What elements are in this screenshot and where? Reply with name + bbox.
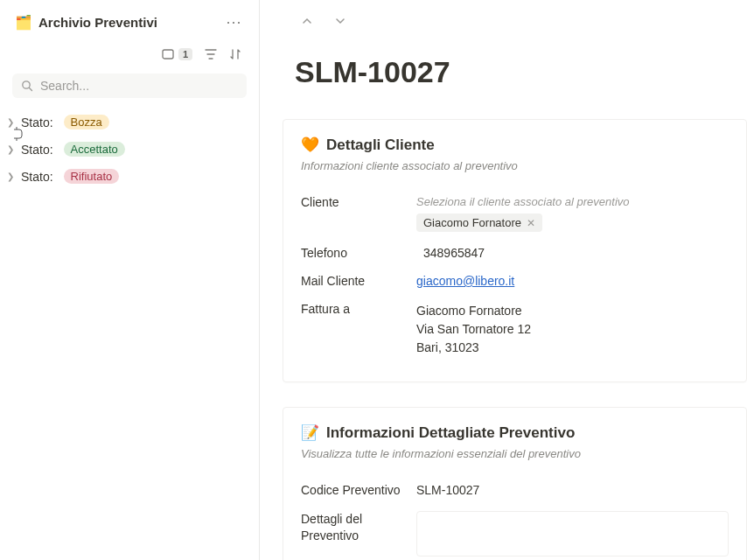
chevron-right-icon: ❯ bbox=[5, 172, 16, 181]
search-input[interactable] bbox=[40, 79, 238, 93]
view-count-badge: 1 bbox=[178, 48, 192, 60]
sort-button[interactable] bbox=[229, 48, 241, 60]
card-quote-info: 📝 Informazioni Dettagliate Preventivo Vi… bbox=[283, 407, 747, 560]
svg-rect-0 bbox=[163, 50, 173, 59]
card-client-details: 🧡 Dettagli Cliente Informazioni cliente … bbox=[283, 119, 747, 382]
field-value: 348965847 bbox=[416, 246, 485, 260]
page-title: SLM-10027 bbox=[295, 55, 747, 89]
mail-link[interactable]: giacomo@libero.it bbox=[416, 274, 514, 288]
card-emoji: 📝 bbox=[301, 424, 319, 442]
client-chip-label: Giacomo Fornatore bbox=[423, 216, 521, 229]
chevron-right-icon: ❯ bbox=[5, 144, 16, 154]
field-value: SLM-10027 bbox=[416, 483, 479, 497]
record-nav bbox=[260, 0, 747, 41]
main-panel: SLM-10027 🧡 Dettagli Cliente Informazion… bbox=[260, 0, 747, 560]
chevron-down-icon bbox=[335, 16, 346, 26]
group-row-accettato[interactable]: ❯ Stato: Accettato bbox=[0, 136, 259, 163]
card-header: 📝 Informazioni Dettagliate Preventivo bbox=[301, 424, 729, 442]
filter-button[interactable] bbox=[205, 48, 217, 60]
field-label: Codice Preventivo bbox=[301, 483, 416, 497]
field-fattura: Fattura a Giacomo Fornatore Via San Torn… bbox=[301, 295, 729, 364]
search-box[interactable] bbox=[12, 74, 247, 98]
next-record-button[interactable] bbox=[332, 12, 349, 32]
group-label: Stato: bbox=[21, 143, 53, 157]
card-title: Informazioni Dettagliate Preventivo bbox=[326, 424, 575, 442]
field-label: Fattura a bbox=[301, 302, 416, 316]
sidebar-title: Archivio Preventivi bbox=[38, 15, 215, 30]
field-label: Mail Cliente bbox=[301, 274, 416, 288]
database-icon: 🗂️ bbox=[16, 14, 31, 30]
status-badge-rifiutato: Rifiutato bbox=[64, 169, 120, 184]
field-cliente: Cliente Seleziona il cliente associato a… bbox=[301, 188, 729, 239]
group-row-rifiutato[interactable]: ❯ Stato: Rifiutato bbox=[0, 163, 259, 190]
more-icon[interactable]: ⋯ bbox=[222, 12, 245, 32]
address-line: Giacomo Fornatore bbox=[416, 302, 531, 320]
chevron-up-icon bbox=[302, 16, 312, 26]
sort-icon bbox=[229, 48, 241, 60]
field-label: Telefono bbox=[301, 246, 416, 260]
svg-point-1 bbox=[23, 81, 30, 88]
field-dettagli: Dettagli del Preventivo bbox=[301, 504, 729, 560]
field-telefono: Telefono 348965847 bbox=[301, 239, 729, 267]
billing-address: Giacomo Fornatore Via San Tornatore 12 B… bbox=[416, 302, 531, 357]
field-label: Dettagli del Preventivo bbox=[301, 511, 416, 544]
group-label: Stato: bbox=[21, 116, 53, 130]
status-badge-accettato: Accettato bbox=[64, 142, 125, 157]
client-chip[interactable]: Giacomo Fornatore ✕ bbox=[416, 214, 542, 232]
chevron-right-icon: ❯ bbox=[5, 117, 16, 127]
address-line: Via San Tornatore 12 bbox=[416, 320, 531, 339]
field-label: Cliente bbox=[301, 195, 416, 209]
card-subtitle: Informazioni cliente associato al preven… bbox=[301, 159, 729, 172]
group-label: Stato: bbox=[21, 170, 53, 184]
group-row-bozza[interactable]: ❯ Stato: Bozza bbox=[0, 108, 259, 136]
close-icon[interactable]: ✕ bbox=[527, 217, 535, 229]
card-title: Dettagli Cliente bbox=[326, 136, 435, 154]
search-icon bbox=[21, 80, 33, 92]
prev-record-button[interactable] bbox=[298, 12, 316, 32]
filter-icon bbox=[205, 48, 217, 60]
field-codice: Codice Preventivo SLM-10027 bbox=[301, 476, 729, 504]
sidebar-header: 🗂️ Archivio Preventivi ⋯ bbox=[0, 0, 259, 40]
details-input[interactable] bbox=[416, 511, 729, 556]
card-emoji: 🧡 bbox=[301, 136, 319, 154]
card-header: 🧡 Dettagli Cliente bbox=[301, 136, 729, 154]
list-icon bbox=[161, 47, 175, 61]
field-hint: Seleziona il cliente associato al preven… bbox=[416, 195, 630, 208]
status-badge-bozza: Bozza bbox=[64, 115, 109, 130]
sidebar-toolbar: 1 bbox=[0, 40, 259, 70]
card-subtitle: Visualizza tutte le informazioni essenzi… bbox=[301, 447, 729, 460]
view-switch-button[interactable]: 1 bbox=[161, 47, 192, 61]
address-line: Bari, 31023 bbox=[416, 339, 531, 357]
field-mail: Mail Cliente giacomo@libero.it bbox=[301, 267, 729, 295]
search-wrap bbox=[12, 74, 247, 98]
sidebar: 🗂️ Archivio Preventivi ⋯ 1 ❯ Stato: Bozz… bbox=[0, 0, 260, 560]
